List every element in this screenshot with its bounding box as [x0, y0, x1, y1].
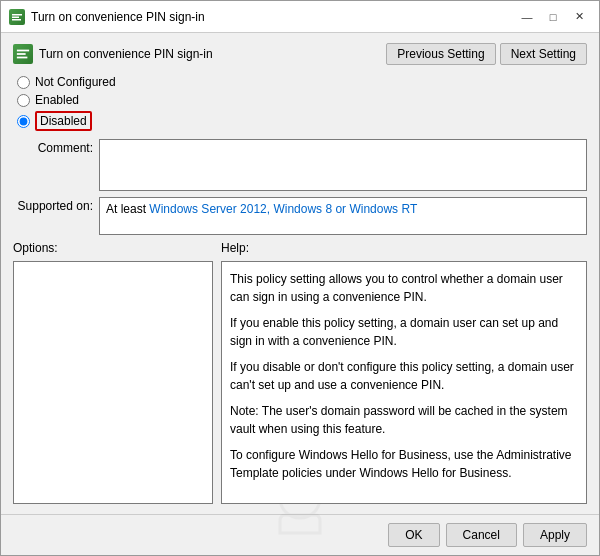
header-section: Turn on convenience PIN sign-in: [13, 44, 213, 64]
supported-link[interactable]: Windows Server 2012, Windows 8 or Window…: [149, 202, 417, 216]
svg-rect-3: [17, 50, 29, 52]
nav-buttons: Previous Setting Next Setting: [386, 43, 587, 65]
next-setting-button[interactable]: Next Setting: [500, 43, 587, 65]
help-label: Help:: [221, 241, 587, 255]
supported-label: Supported on:: [13, 199, 93, 213]
disabled-label: Disabled: [35, 111, 92, 131]
close-button[interactable]: ✕: [567, 6, 591, 28]
bottom-bar: OK Cancel Apply: [1, 514, 599, 555]
help-paragraph-3: If you disable or don't configure this p…: [230, 358, 578, 394]
main-window: Turn on convenience PIN sign-in — □ ✕ Tu…: [0, 0, 600, 556]
help-paragraph-2: If you enable this policy setting, a dom…: [230, 314, 578, 350]
help-text: This policy setting allows you to contro…: [230, 270, 578, 482]
ok-button[interactable]: OK: [388, 523, 439, 547]
options-panel: Options:: [13, 241, 213, 504]
svg-rect-1: [12, 16, 19, 18]
window-title: Turn on convenience PIN sign-in: [31, 10, 205, 24]
disabled-radio-item[interactable]: Disabled: [17, 111, 587, 131]
enabled-label: Enabled: [35, 93, 79, 107]
disabled-radio[interactable]: [17, 115, 30, 128]
header-icon: [13, 44, 33, 64]
previous-setting-button[interactable]: Previous Setting: [386, 43, 495, 65]
window-icon: [9, 9, 25, 25]
options-label: Options:: [13, 241, 213, 255]
not-configured-radio-item[interactable]: Not Configured: [17, 75, 587, 89]
radio-section: Not Configured Enabled Disabled: [13, 75, 587, 131]
not-configured-label: Not Configured: [35, 75, 116, 89]
supported-box: At least Windows Server 2012, Windows 8 …: [99, 197, 587, 235]
main-section: Options: Help: This policy setting allo: [13, 241, 587, 504]
dialog-title: Turn on convenience PIN sign-in: [39, 47, 213, 61]
supported-text: At least Windows Server 2012, Windows 8 …: [100, 198, 586, 220]
comment-label: Comment:: [13, 141, 93, 155]
help-paragraph-1: This policy setting allows you to contro…: [230, 270, 578, 306]
svg-rect-2: [12, 19, 21, 21]
enabled-radio-item[interactable]: Enabled: [17, 93, 587, 107]
help-panel: Help: This policy setting allows you to …: [221, 241, 587, 504]
cancel-button[interactable]: Cancel: [446, 523, 517, 547]
apply-button[interactable]: Apply: [523, 523, 587, 547]
top-row: Turn on convenience PIN sign-in Previous…: [13, 43, 587, 65]
window-controls: — □ ✕: [515, 6, 591, 28]
help-box: This policy setting allows you to contro…: [221, 261, 587, 504]
comment-section: Comment:: [13, 139, 587, 191]
minimize-button[interactable]: —: [515, 6, 539, 28]
help-paragraph-5: To configure Windows Hello for Business,…: [230, 446, 578, 482]
options-box: [13, 261, 213, 504]
help-paragraph-4: Note: The user's domain password will be…: [230, 402, 578, 438]
svg-rect-4: [17, 53, 26, 55]
not-configured-radio[interactable]: [17, 76, 30, 89]
title-bar: Turn on convenience PIN sign-in — □ ✕: [1, 1, 599, 33]
enabled-radio[interactable]: [17, 94, 30, 107]
svg-rect-5: [17, 57, 28, 59]
comment-textarea[interactable]: [99, 139, 587, 191]
maximize-button[interactable]: □: [541, 6, 565, 28]
title-bar-left: Turn on convenience PIN sign-in: [9, 9, 205, 25]
supported-section: Supported on: At least Windows Server 20…: [13, 197, 587, 235]
content-area: Turn on convenience PIN sign-in Previous…: [1, 33, 599, 514]
svg-rect-0: [12, 14, 22, 16]
